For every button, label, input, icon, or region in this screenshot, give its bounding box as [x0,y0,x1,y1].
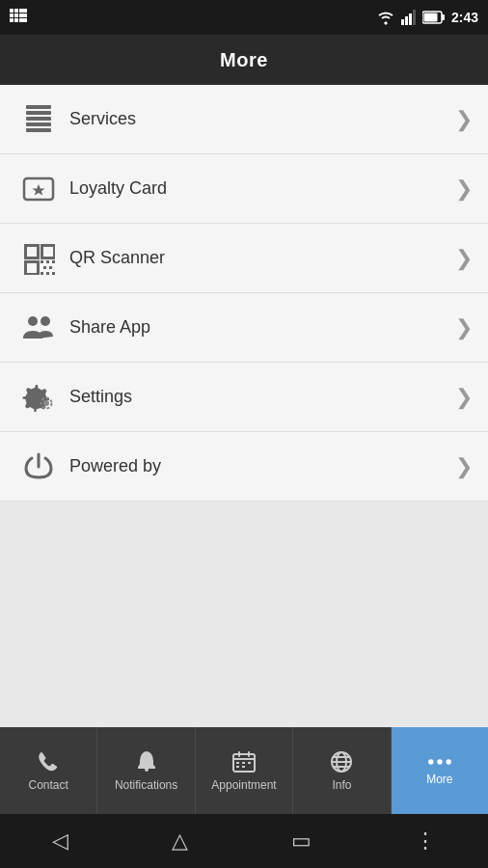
svg-rect-1 [14,9,18,13]
svg-rect-3 [23,9,27,13]
svg-rect-4 [10,14,14,17]
system-bar: ◁ △ ▭ ⋮ [0,814,488,868]
svg-rect-9 [14,18,18,22]
notifications-nav-label: Notifications [115,778,177,792]
dots-icon [427,755,452,769]
settings-label: Settings [69,387,455,407]
qr-label: QR Scanner [69,248,455,268]
svg-rect-7 [23,14,27,17]
loyalty-label: Loyalty Card [69,178,455,199]
svg-point-48 [43,400,49,406]
status-right: 2:43 [376,10,478,25]
nav-item-appointment[interactable]: Appointment [196,727,293,814]
menu-item-share[interactable]: Share App ❯ [0,293,488,363]
menu-item-qr[interactable]: QR Scanner ❯ [0,224,488,293]
status-left [10,9,27,26]
svg-rect-37 [41,260,43,263]
svg-rect-57 [236,766,239,768]
bell-icon [134,749,159,774]
loyalty-icon-wrap [15,173,62,205]
svg-rect-12 [401,19,404,25]
svg-rect-17 [442,14,445,20]
svg-point-67 [437,759,442,764]
menu-button[interactable]: ⋮ [415,828,436,854]
grid-icon [10,9,27,26]
svg-rect-23 [26,128,51,132]
home-button[interactable]: △ [172,828,188,854]
svg-rect-14 [409,14,412,25]
svg-rect-19 [26,105,51,109]
power-icon [22,450,55,483]
qr-chevron-icon: ❯ [455,246,473,271]
phone-icon [36,749,61,774]
services-icon-wrap [15,103,62,136]
svg-rect-21 [26,117,51,121]
svg-rect-28 [24,257,40,259]
svg-point-66 [428,759,433,764]
svg-rect-44 [52,272,55,275]
powered-label: Powered by [69,456,455,476]
recents-button[interactable]: ▭ [291,828,312,854]
page-title: More [220,49,268,71]
nav-item-notifications[interactable]: Notifications [97,727,195,814]
info-nav-label: Info [332,778,351,792]
share-icon-wrap [15,312,62,344]
svg-rect-58 [242,762,245,764]
back-button[interactable]: ◁ [52,828,68,854]
share-chevron-icon: ❯ [455,315,473,340]
svg-rect-15 [413,10,416,25]
svg-rect-42 [41,272,43,275]
svg-rect-56 [236,762,239,764]
appointment-nav-label: Appointment [211,778,276,792]
svg-rect-10 [19,18,23,22]
svg-rect-18 [423,14,437,22]
app-header: More [0,35,488,85]
settings-chevron-icon: ❯ [455,385,473,410]
svg-point-46 [41,316,50,326]
menu-item-services[interactable]: Services ❯ [0,85,488,154]
loyalty-icon [22,173,55,205]
menu-item-loyalty[interactable]: Loyalty Card ❯ [0,154,488,224]
svg-rect-11 [23,18,27,22]
nav-item-contact[interactable]: Contact [0,727,97,814]
svg-rect-5 [14,14,18,17]
qr-icon [22,242,55,275]
powered-chevron-icon: ❯ [455,454,473,479]
services-chevron-icon: ❯ [455,107,473,132]
menu-list: Services ❯ Loyalty Card ❯ [0,85,488,502]
calendar-icon [231,749,257,774]
svg-point-68 [446,759,450,764]
status-bar: 2:43 [0,0,488,35]
share-icon [22,312,55,344]
time-display: 2:43 [451,10,478,25]
svg-rect-36 [24,260,40,263]
share-label: Share App [69,317,455,338]
svg-rect-22 [26,122,51,126]
svg-rect-55 [248,751,250,757]
menu-item-powered[interactable]: Powered by ❯ [0,432,488,502]
menu-item-settings[interactable]: Settings ❯ [0,363,488,432]
svg-rect-59 [242,766,245,768]
svg-rect-41 [49,266,52,269]
svg-rect-2 [19,9,23,13]
signal-icon [401,10,417,25]
svg-rect-20 [26,111,51,115]
svg-point-45 [28,316,38,326]
contact-nav-label: Contact [29,778,68,792]
more-nav-label: More [426,773,452,786]
svg-rect-39 [52,260,55,263]
nav-item-more[interactable]: More [392,727,488,814]
battery-icon [422,11,446,24]
svg-rect-60 [248,762,251,764]
settings-icon-wrap [15,381,62,414]
services-label: Services [69,109,455,129]
bottom-navigation: Contact Notifications Appointment [0,727,488,814]
svg-rect-13 [405,16,408,25]
svg-rect-30 [41,244,55,247]
svg-rect-54 [238,751,240,757]
qr-icon-wrap [15,242,62,275]
nav-item-info[interactable]: Info [293,727,391,814]
svg-rect-6 [19,14,23,17]
loyalty-chevron-icon: ❯ [455,176,473,202]
svg-rect-8 [10,18,14,22]
